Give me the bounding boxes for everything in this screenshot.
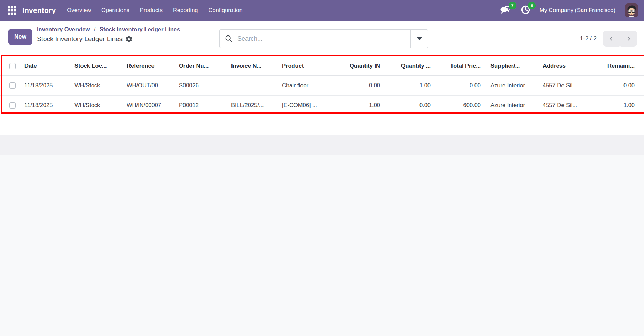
cell-invoice-n[interactable] (226, 75, 277, 95)
column-header-address[interactable]: Address (538, 56, 592, 75)
new-record-button[interactable]: New (8, 29, 32, 45)
cell-quantity[interactable]: 1.00 (385, 75, 435, 95)
pager-range: 1-2 / 2 (580, 35, 597, 42)
table-row[interactable]: 11/18/2025WH/StockWH/IN/00007P00012BILL/… (0, 95, 644, 115)
cell-order-nu[interactable]: P00012 (174, 95, 226, 115)
cell-product[interactable]: [E-COM06] ... (277, 95, 331, 115)
gear-icon (126, 36, 132, 42)
top-navbar: Inventory OverviewOperationsProductsRepo… (0, 0, 644, 21)
search-icon (225, 35, 233, 42)
column-header-date[interactable]: Date (19, 56, 70, 75)
cell-supplier[interactable]: Azure Interior (486, 95, 538, 115)
row-checkbox-cell (0, 95, 19, 115)
search-bar (219, 29, 428, 48)
nav-menu: OverviewOperationsProductsReportingConfi… (67, 7, 242, 14)
cell-stock-loc[interactable]: WH/Stock (70, 95, 122, 115)
activities-button[interactable]: 6 (520, 4, 531, 16)
cell-order-nu[interactable]: S00026 (174, 75, 226, 95)
breadcrumb-separator: / (94, 26, 96, 32)
search-options-toggle[interactable] (410, 30, 428, 48)
pager-previous-button[interactable] (603, 31, 620, 47)
select-all-checkbox[interactable] (9, 63, 16, 69)
cell-quantity-in[interactable]: 1.00 (331, 95, 385, 115)
column-header-total-pric[interactable]: Total Pric... (435, 56, 486, 75)
company-switcher[interactable]: My Company (San Francisco) (540, 7, 615, 14)
activities-badge: 6 (528, 2, 536, 9)
breadcrumb: Inventory Overview / Stock Inventory Led… (37, 25, 180, 43)
pager-next-button[interactable] (620, 31, 637, 47)
cell-reference[interactable]: WH/IN/00007 (122, 95, 174, 115)
ledger-lines-table: DateStock Loc...ReferenceOrder Nu...Invo… (0, 56, 644, 155)
odoo-inventory-screen: Inventory OverviewOperationsProductsRepo… (0, 0, 644, 336)
column-header-remaini[interactable]: Remaini... (592, 56, 644, 75)
user-avatar (625, 3, 638, 17)
cell-invoice-n[interactable]: BILL/2025/... (226, 95, 277, 115)
text-cursor (237, 34, 237, 43)
cell-date[interactable]: 11/18/2025 (19, 95, 70, 115)
messages-badge: 7 (509, 2, 516, 9)
action-menu-button[interactable] (126, 36, 132, 42)
cell-reference[interactable]: WH/OUT/00... (122, 75, 174, 95)
cell-quantity[interactable]: 0.00 (385, 95, 435, 115)
cell-supplier[interactable]: Azure Interior (486, 75, 538, 95)
control-panel: New Inventory Overview / Stock Inventory… (0, 21, 644, 56)
apps-menu-button[interactable] (6, 4, 18, 17)
filler-row-white (0, 115, 644, 135)
list-view: DateStock Loc...ReferenceOrder Nu...Invo… (0, 56, 644, 155)
nav-menu-item-products[interactable]: Products (140, 7, 163, 14)
select-all-header-cell (0, 56, 19, 75)
filler-row-gray (0, 135, 644, 155)
chevron-left-icon (608, 35, 614, 42)
cell-address[interactable]: 4557 De Sil... (538, 95, 592, 115)
column-header-reference[interactable]: Reference (122, 56, 174, 75)
cell-remaini[interactable]: 1.00 (592, 95, 644, 115)
cell-quantity-in[interactable]: 0.00 (331, 75, 385, 95)
breadcrumb-current-link[interactable]: Stock Inventory Ledger Lines (100, 26, 180, 32)
cell-address[interactable]: 4557 De Sil... (538, 75, 592, 95)
cell-product[interactable]: Chair floor ... (277, 75, 331, 95)
nav-menu-item-configuration[interactable]: Configuration (208, 7, 242, 14)
user-menu-button[interactable] (625, 3, 638, 17)
caret-down-icon (417, 37, 422, 40)
cell-date[interactable]: 11/18/2025 (19, 75, 70, 95)
cell-stock-loc[interactable]: WH/Stock (70, 75, 122, 95)
app-name[interactable]: Inventory (22, 6, 56, 15)
page-title: Stock Inventory Ledger Lines (37, 34, 123, 43)
chevron-right-icon (626, 35, 632, 42)
navbar-systray: 7 6 My Company (San Francisco) (499, 3, 638, 17)
cell-total-pric[interactable]: 600.00 (435, 95, 486, 115)
column-header-supplier[interactable]: Supplier/... (486, 56, 538, 75)
nav-menu-item-overview[interactable]: Overview (67, 7, 91, 14)
table-body: 11/18/2025WH/StockWH/OUT/00...S00026Chai… (0, 75, 644, 155)
search-input[interactable] (233, 30, 410, 48)
column-header-invoice-n[interactable]: Invoice N... (226, 56, 277, 75)
table-header-row: DateStock Loc...ReferenceOrder Nu...Invo… (0, 56, 644, 75)
nav-menu-item-reporting[interactable]: Reporting (173, 7, 198, 14)
breadcrumb-parent-link[interactable]: Inventory Overview (37, 26, 90, 32)
nav-menu-item-operations[interactable]: Operations (101, 7, 129, 14)
cell-remaini[interactable]: 0.00 (592, 75, 644, 95)
table-row[interactable]: 11/18/2025WH/StockWH/OUT/00...S00026Chai… (0, 75, 644, 95)
column-header-order-nu[interactable]: Order Nu... (174, 56, 226, 75)
column-header-quantity[interactable]: Quantity ... (385, 56, 435, 75)
apps-grid-icon (8, 6, 16, 15)
column-header-product[interactable]: Product (277, 56, 331, 75)
cell-total-pric[interactable]: 0.00 (435, 75, 486, 95)
row-checkbox[interactable] (9, 82, 16, 89)
row-checkbox[interactable] (9, 102, 16, 109)
row-checkbox-cell (0, 75, 19, 95)
messages-button[interactable]: 7 (499, 4, 512, 17)
pager: 1-2 / 2 (580, 31, 637, 47)
column-header-stock-loc[interactable]: Stock Loc... (70, 56, 122, 75)
column-header-quantity-in[interactable]: Quantity IN (331, 56, 385, 75)
